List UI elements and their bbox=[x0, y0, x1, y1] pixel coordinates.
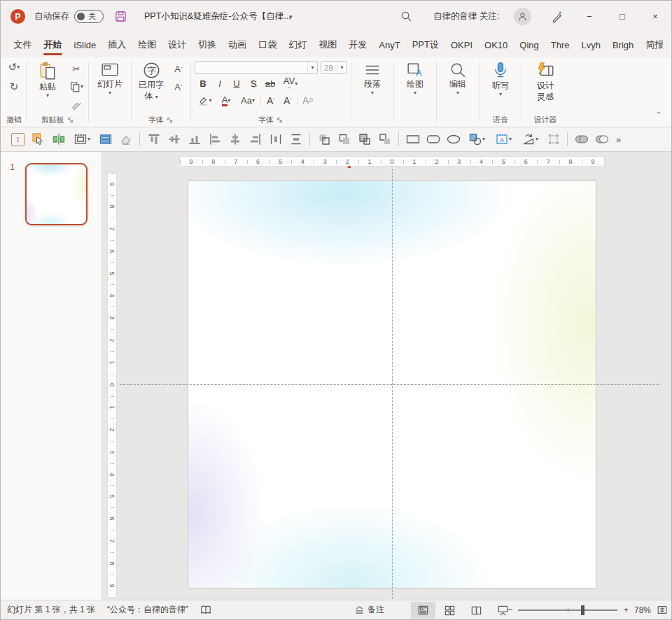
account-text[interactable]: 自律的音律 关注: bbox=[433, 10, 499, 22]
new-slide-button[interactable]: 幻灯片 ▾ bbox=[92, 59, 127, 96]
zoom-in-button[interactable]: + bbox=[623, 605, 629, 615]
grow-font-button[interactable]: Aˆ bbox=[170, 61, 187, 76]
change-case-button[interactable]: Aa ▾ bbox=[237, 93, 259, 108]
change-shape-tool[interactable]: ▾ bbox=[518, 131, 542, 148]
ribbon-tab[interactable]: 绘图 bbox=[132, 32, 162, 57]
clipboard-dialog-launcher[interactable] bbox=[66, 116, 74, 124]
edit-points-tool[interactable] bbox=[545, 131, 562, 148]
ribbon-tab[interactable]: 文件 bbox=[8, 32, 38, 57]
ribbon-tab[interactable]: 开发 bbox=[343, 32, 373, 57]
rectangle-shape-tool[interactable] bbox=[404, 131, 421, 148]
reading-view-button[interactable] bbox=[464, 602, 489, 619]
save-icon[interactable] bbox=[115, 10, 127, 22]
used-fonts-button[interactable]: 字 已用字 体 ▾ bbox=[135, 59, 167, 101]
merge-shapes-combine-tool[interactable] bbox=[593, 131, 610, 148]
text-shadow-button[interactable]: S bbox=[245, 76, 262, 91]
align-center-tool[interactable] bbox=[226, 131, 244, 148]
toolbar-overflow-button[interactable]: » bbox=[616, 134, 621, 145]
highlight-color-button[interactable]: ▾ bbox=[195, 93, 216, 108]
ribbon-tab[interactable]: 开始 bbox=[38, 32, 68, 57]
avatar[interactable] bbox=[514, 8, 531, 25]
ribbon-tab[interactable]: Qing bbox=[514, 32, 545, 57]
text-box-tool[interactable]: A ▾ bbox=[491, 131, 515, 148]
zoom-out-button[interactable]: − bbox=[507, 605, 513, 615]
dictate-button[interactable]: 听写 ▾ bbox=[483, 59, 518, 97]
zoom-percentage[interactable]: 78% bbox=[634, 605, 651, 615]
distribute-vertical-tool[interactable] bbox=[287, 131, 304, 148]
paragraph-button[interactable]: 段落 ▾ bbox=[355, 59, 390, 96]
ribbon-tab[interactable]: OKPI bbox=[444, 32, 478, 57]
maximize-button[interactable]: □ bbox=[610, 6, 634, 27]
increase-font-size-button[interactable]: Aˆ bbox=[262, 93, 279, 108]
editing-button[interactable]: 编辑 ▾ bbox=[440, 59, 475, 96]
font-name-combo[interactable]: ▾ bbox=[195, 61, 318, 74]
notes-button[interactable]: 备注 bbox=[354, 600, 384, 619]
align-left-tool[interactable] bbox=[206, 131, 223, 148]
fit-to-window-icon[interactable] bbox=[657, 605, 668, 615]
font-name-dropdown[interactable]: ▾ bbox=[307, 62, 317, 73]
zoom-slider[interactable] bbox=[518, 610, 617, 611]
shrink-font-button[interactable]: Aˇ bbox=[170, 79, 187, 94]
ribbon-tab[interactable]: Lvyh bbox=[575, 32, 606, 57]
format-painter-button[interactable] bbox=[68, 97, 85, 113]
ribbon-tab[interactable]: PPT设 bbox=[406, 32, 444, 57]
insert-placeholder-tool[interactable]: ▾ bbox=[70, 131, 94, 148]
send-to-back-tool[interactable] bbox=[376, 131, 393, 148]
decrease-font-size-button[interactable]: Aˇ bbox=[279, 93, 296, 108]
pen-tool-icon[interactable] bbox=[551, 10, 563, 22]
normal-view-button[interactable] bbox=[411, 602, 435, 619]
font-size-dropdown[interactable]: ▾ bbox=[337, 62, 346, 73]
character-spacing-button[interactable]: AV↔ ▾ bbox=[279, 76, 302, 91]
ribbon-tab[interactable]: 视图 bbox=[313, 32, 343, 57]
autosave-toggle[interactable]: 关 bbox=[74, 10, 104, 23]
slide-sorter-view-button[interactable] bbox=[438, 602, 462, 619]
ribbon-tab[interactable]: iSlide bbox=[68, 32, 102, 57]
align-right-tool[interactable] bbox=[246, 131, 264, 148]
zoom-slider-thumb[interactable] bbox=[581, 605, 584, 615]
layout-table-tool[interactable] bbox=[97, 131, 114, 148]
design-ideas-button[interactable]: 设计 灵感 bbox=[526, 59, 565, 102]
editing-canvas[interactable]: 9876543210123456789 9876543210123456789 bbox=[102, 152, 671, 600]
italic-button[interactable]: I bbox=[211, 76, 228, 91]
clear-formatting-button[interactable]: A∅ bbox=[300, 93, 316, 108]
row-height-tool[interactable]: ↕ bbox=[9, 131, 27, 148]
paste-button[interactable]: 粘贴 ▾ bbox=[30, 59, 65, 99]
clear-format-tool[interactable] bbox=[117, 131, 134, 148]
minimize-button[interactable]: − bbox=[578, 6, 601, 27]
font-color-button[interactable]: A ▾ bbox=[216, 93, 237, 108]
ribbon-tab[interactable]: Thre bbox=[545, 32, 575, 57]
send-backward-tool[interactable] bbox=[335, 131, 353, 148]
redo-button[interactable]: ↻ bbox=[6, 79, 22, 94]
font-dialog-launcher[interactable] bbox=[276, 116, 284, 124]
slide-thumbnail[interactable] bbox=[25, 163, 88, 225]
bold-button[interactable]: B bbox=[195, 76, 211, 91]
drawing-button[interactable]: A 绘图 ▾ bbox=[398, 59, 433, 96]
ribbon-tab[interactable]: OK10 bbox=[479, 32, 514, 57]
font-size-combo[interactable]: 28 ▾ bbox=[321, 61, 347, 74]
ellipse-shape-tool[interactable] bbox=[444, 131, 462, 148]
ribbon-tab[interactable]: 插入 bbox=[102, 32, 132, 57]
bring-to-front-tool[interactable] bbox=[356, 131, 373, 148]
ribbon-tab[interactable]: 动画 bbox=[223, 32, 253, 57]
ribbon-tab[interactable]: 口袋 bbox=[253, 32, 283, 57]
ribbon-tab[interactable]: AnyT bbox=[373, 32, 406, 57]
align-top-tool[interactable] bbox=[145, 131, 162, 148]
align-middle-tool[interactable] bbox=[165, 131, 183, 148]
cut-button[interactable]: ✂ bbox=[68, 61, 85, 76]
vertical-ruler[interactable]: 9876543210123456789 bbox=[107, 172, 117, 598]
ribbon-tab[interactable]: Brigh bbox=[606, 32, 639, 57]
undo-button[interactable]: ↺▾ bbox=[6, 59, 22, 75]
merge-shapes-union-tool[interactable] bbox=[573, 131, 590, 148]
proofing-book-icon[interactable] bbox=[200, 605, 211, 615]
search-icon[interactable] bbox=[400, 10, 412, 22]
copy-button[interactable]: ▾ bbox=[68, 79, 85, 94]
ribbon-tab[interactable]: 设计 bbox=[162, 32, 192, 57]
rounded-rectangle-shape-tool[interactable] bbox=[424, 131, 442, 148]
horizontal-ruler[interactable]: 9876543210123456789 bbox=[179, 156, 605, 167]
underline-button[interactable]: U bbox=[228, 76, 245, 91]
horizontal-guide[interactable] bbox=[120, 384, 659, 385]
collapse-ribbon-button[interactable]: ˇ bbox=[657, 111, 660, 121]
used-fonts-dialog-launcher[interactable] bbox=[166, 116, 174, 124]
distribute-horizontal-tool[interactable] bbox=[267, 131, 284, 148]
close-button[interactable]: × bbox=[643, 6, 667, 27]
